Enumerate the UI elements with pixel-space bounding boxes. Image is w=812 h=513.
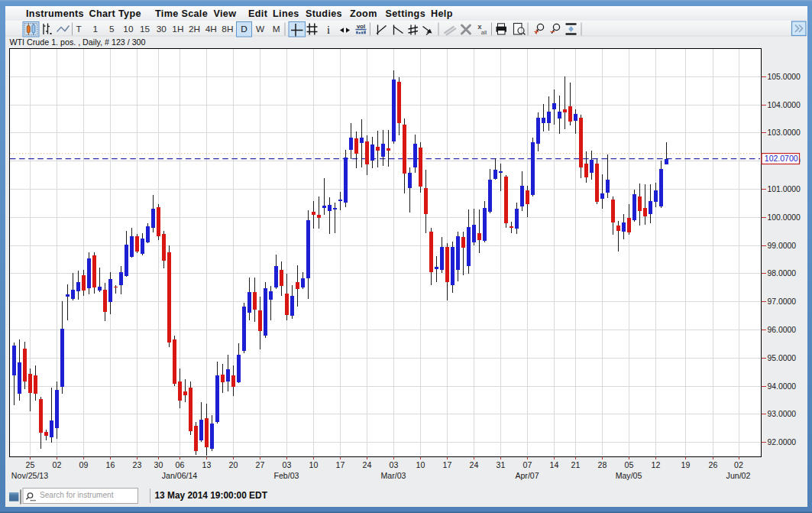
svg-text:93.0000: 93.0000 — [768, 410, 797, 418]
svg-text:Zoom: Zoom — [350, 8, 377, 19]
svg-text:Chart Type: Chart Type — [89, 8, 141, 19]
svg-text:27: 27 — [256, 460, 265, 469]
svg-text:Lines: Lines — [273, 8, 299, 19]
svg-text:M: M — [273, 24, 280, 34]
svg-text:10: 10 — [309, 460, 319, 469]
svg-text:06: 06 — [176, 460, 185, 469]
svg-text:94.0000: 94.0000 — [768, 382, 797, 391]
svg-text:16: 16 — [106, 460, 115, 469]
svg-text:26: 26 — [709, 460, 718, 469]
svg-text:97.0000: 97.0000 — [768, 297, 797, 306]
svg-text:23: 23 — [133, 460, 142, 469]
svg-text:25: 25 — [26, 460, 35, 469]
svg-text:Jan/06/14: Jan/06/14 — [162, 471, 198, 480]
svg-text:105.0000: 105.0000 — [768, 73, 801, 81]
svg-text:Feb/03: Feb/03 — [274, 471, 299, 480]
svg-text:30: 30 — [157, 24, 167, 34]
svg-text:vol: vol — [357, 23, 365, 30]
svg-text:i: i — [327, 24, 330, 36]
svg-text:View: View — [214, 8, 237, 19]
svg-text:28: 28 — [598, 460, 607, 469]
svg-text:1: 1 — [92, 24, 98, 34]
svg-text:14: 14 — [550, 460, 559, 469]
svg-text:May/05: May/05 — [616, 471, 642, 480]
svg-text:07: 07 — [523, 460, 532, 469]
svg-text:all: all — [481, 29, 487, 36]
svg-text:1H: 1H — [172, 24, 183, 34]
svg-text:12: 12 — [652, 460, 661, 469]
svg-text:T: T — [76, 24, 81, 34]
svg-text:95.0000: 95.0000 — [768, 354, 797, 362]
svg-text:Apr/07: Apr/07 — [515, 471, 539, 480]
svg-text:Instruments: Instruments — [26, 8, 84, 19]
svg-text:100.0000: 100.0000 — [768, 213, 801, 222]
svg-text:13: 13 — [202, 460, 212, 469]
svg-text:24: 24 — [363, 460, 372, 469]
svg-text:4H: 4H — [205, 24, 217, 34]
svg-text:Mar/03: Mar/03 — [381, 471, 406, 480]
svg-text:02: 02 — [53, 460, 62, 469]
svg-text:05: 05 — [625, 460, 634, 469]
svg-text:30: 30 — [154, 460, 163, 469]
svg-text:D: D — [241, 24, 247, 34]
svg-text:Studies: Studies — [306, 8, 342, 19]
svg-text:Time Scale: Time Scale — [155, 8, 208, 19]
svg-text:102.0700: 102.0700 — [765, 154, 798, 163]
svg-text:98.0000: 98.0000 — [768, 269, 797, 278]
svg-text:10: 10 — [416, 460, 425, 469]
svg-text:W: W — [256, 24, 265, 34]
svg-text:Help: Help — [431, 8, 453, 19]
svg-text:Settings: Settings — [386, 8, 425, 19]
svg-text:WTI Crude 1. pos. , Daily, # 1: WTI Crude 1. pos. , Daily, # 123 / 300 — [10, 37, 146, 47]
svg-text:10: 10 — [123, 24, 134, 34]
svg-text:15: 15 — [140, 24, 150, 34]
svg-text:99.0000: 99.0000 — [768, 242, 797, 250]
svg-text:96.0000: 96.0000 — [768, 326, 797, 334]
svg-text:Edit: Edit — [248, 8, 268, 19]
svg-text:8H: 8H — [222, 24, 233, 34]
svg-text:03: 03 — [390, 460, 399, 469]
svg-text:20: 20 — [229, 460, 238, 469]
svg-text:24: 24 — [470, 460, 479, 469]
svg-text:103.0000: 103.0000 — [768, 128, 801, 137]
svg-text:31: 31 — [497, 460, 506, 469]
svg-text:92.0000: 92.0000 — [768, 438, 797, 446]
svg-text:21: 21 — [571, 460, 581, 469]
svg-text:19: 19 — [681, 460, 691, 469]
svg-text:02: 02 — [734, 460, 743, 469]
svg-text:17: 17 — [443, 460, 452, 469]
svg-text:03: 03 — [283, 460, 292, 469]
svg-text:Jun/02: Jun/02 — [726, 471, 751, 480]
svg-text:2H: 2H — [189, 24, 200, 34]
svg-text:Search for instrument: Search for instrument — [40, 491, 114, 499]
svg-text:17: 17 — [336, 460, 345, 469]
svg-text:13 May 2014 19:00:00 EDT: 13 May 2014 19:00:00 EDT — [155, 490, 268, 501]
svg-text:09: 09 — [79, 460, 89, 469]
svg-text:101.0000: 101.0000 — [768, 185, 801, 193]
svg-text:5: 5 — [109, 24, 115, 34]
svg-text:104.0000: 104.0000 — [768, 101, 801, 109]
svg-text:Nov/25/13: Nov/25/13 — [11, 471, 48, 480]
